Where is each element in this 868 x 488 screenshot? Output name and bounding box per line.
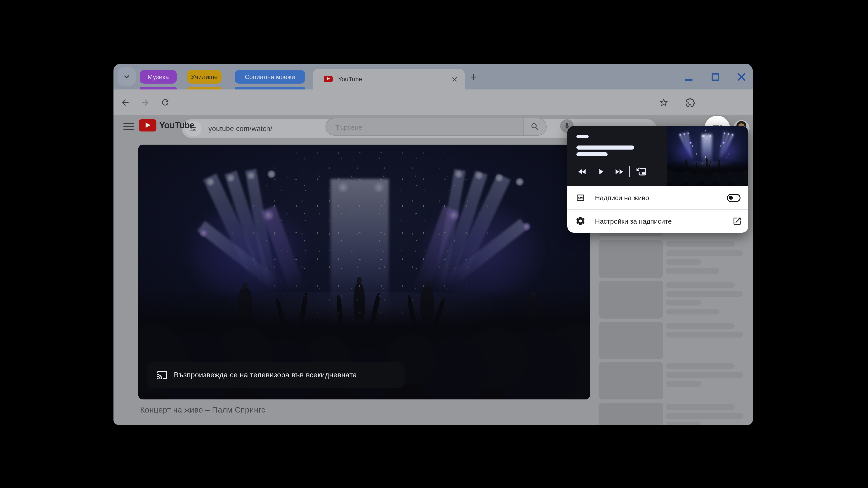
gear-icon (576, 216, 585, 226)
cast-toast: Възпроизвежда се на телевизора във всеки… (147, 362, 404, 388)
media-session-card[interactable] (567, 126, 748, 186)
tab-title: YouTube (338, 76, 451, 83)
search-button[interactable] (523, 118, 546, 135)
close-tab-icon[interactable] (451, 75, 458, 83)
live-caption-toggle[interactable] (727, 194, 740, 202)
youtube-favicon-icon (324, 76, 333, 83)
tab-group-underline (187, 87, 221, 90)
caption-settings-row[interactable]: Настройки за надписите (567, 209, 748, 232)
cast-icon (157, 370, 167, 381)
open-in-new-icon (732, 216, 742, 226)
video-dim-overlay (138, 144, 590, 399)
suggestion-thumbnail-placeholder (598, 362, 663, 399)
tab-group-underline (235, 87, 305, 90)
suggestion-thumbnail-placeholder (598, 402, 663, 425)
live-caption-icon (576, 193, 585, 203)
back-arrow-icon (120, 97, 130, 107)
play-button[interactable] (596, 167, 606, 177)
controls-divider (629, 166, 630, 177)
fast-forward-icon (614, 167, 624, 177)
youtube-logo-icon (139, 119, 156, 131)
star-icon (659, 97, 669, 107)
play-icon (596, 167, 605, 176)
toggle-knob (729, 196, 733, 200)
cast-message: Възпроизвежда се на телевизора във всеки… (174, 371, 357, 379)
rewind-icon (577, 167, 587, 177)
hamburger-icon (123, 123, 134, 124)
suggestion-text-placeholder (666, 241, 735, 247)
puzzle-icon (686, 98, 695, 107)
media-source-placeholder (577, 135, 589, 138)
media-artist-placeholder (577, 152, 608, 156)
tab-group-social[interactable]: Социални мрежи (235, 70, 305, 84)
tab-group-underline (140, 87, 177, 90)
forward-arrow-icon (140, 97, 150, 107)
suggestion-text-placeholder (666, 422, 701, 425)
suggestion-thumbnail-placeholder (598, 322, 663, 359)
suggestion-text-placeholder (666, 372, 743, 378)
suggestion-text-placeholder (666, 413, 743, 419)
close-window-button[interactable] (737, 72, 746, 81)
suggestion-thumbnail-placeholder (598, 240, 663, 278)
minimize-button[interactable] (685, 79, 692, 80)
search-icon (530, 122, 539, 131)
suggestion-text-placeholder (666, 363, 735, 369)
bookmark-button[interactable] (656, 95, 671, 110)
youtube-wordmark: YouTube (159, 119, 194, 131)
suggestion-text-placeholder (666, 250, 743, 256)
suggestion-text-placeholder (666, 404, 735, 410)
desktop: Музика Училище Социални мрежи YouTube (0, 0, 868, 488)
tab-group-label: Социални мрежи (245, 73, 295, 80)
tab-group-label: Музика (148, 73, 169, 80)
media-controls-popup: Надписи на живо Настройки за надписите (567, 126, 748, 232)
suggestion-thumbnail-placeholder (598, 281, 663, 318)
suggestion-text-placeholder (666, 381, 701, 387)
live-caption-label: Надписи на живо (595, 194, 649, 201)
video-title: Концерт на живо – Палм Спрингс (140, 405, 266, 415)
new-tab-icon[interactable] (469, 72, 478, 82)
reload-icon (160, 98, 170, 107)
tab-group-label: Училище (191, 73, 218, 80)
back-button[interactable] (118, 95, 133, 110)
picture-in-picture-icon (636, 167, 647, 177)
live-caption-row[interactable]: Надписи на живо (567, 186, 748, 209)
previous-track-button[interactable] (577, 167, 588, 177)
suggestion-text-placeholder (666, 291, 743, 297)
next-track-button[interactable] (613, 167, 624, 177)
caption-settings-label: Настройки за надписите (595, 217, 672, 225)
suggestion-text-placeholder (666, 308, 719, 314)
tab-group-school[interactable]: Училище (187, 70, 221, 84)
suggestion-text-placeholder (666, 332, 743, 337)
browser-toolbar: youtube.com/watch/ (114, 90, 753, 115)
media-thumbnail (667, 126, 748, 186)
url-text[interactable]: youtube.com/watch/ (209, 119, 272, 138)
search-input[interactable] (335, 118, 517, 135)
reload-button[interactable] (157, 95, 173, 110)
search-box (326, 118, 547, 135)
tab-youtube[interactable]: YouTube (313, 69, 465, 90)
tab-search-button[interactable] (118, 67, 135, 86)
suggestion-text-placeholder (666, 268, 719, 273)
chevron-down-icon (122, 72, 131, 82)
suggestion-text-placeholder (666, 259, 701, 265)
suggestion-text-placeholder (666, 300, 701, 305)
maximize-button[interactable] (712, 73, 719, 81)
tab-group-music[interactable]: Музика (140, 70, 177, 84)
video-player[interactable]: Възпроизвежда се на телевизора във всеки… (138, 144, 590, 399)
picture-in-picture-button[interactable] (635, 166, 647, 177)
forward-button[interactable] (137, 95, 153, 110)
suggestion-text-placeholder (666, 282, 735, 288)
media-title-placeholder (577, 145, 634, 149)
browser-window: Музика Училище Социални мрежи YouTube (114, 64, 753, 425)
extensions-button[interactable] (683, 95, 698, 110)
tab-strip: Музика Училище Социални мрежи YouTube (114, 64, 753, 90)
suggestion-text-placeholder (666, 323, 735, 329)
